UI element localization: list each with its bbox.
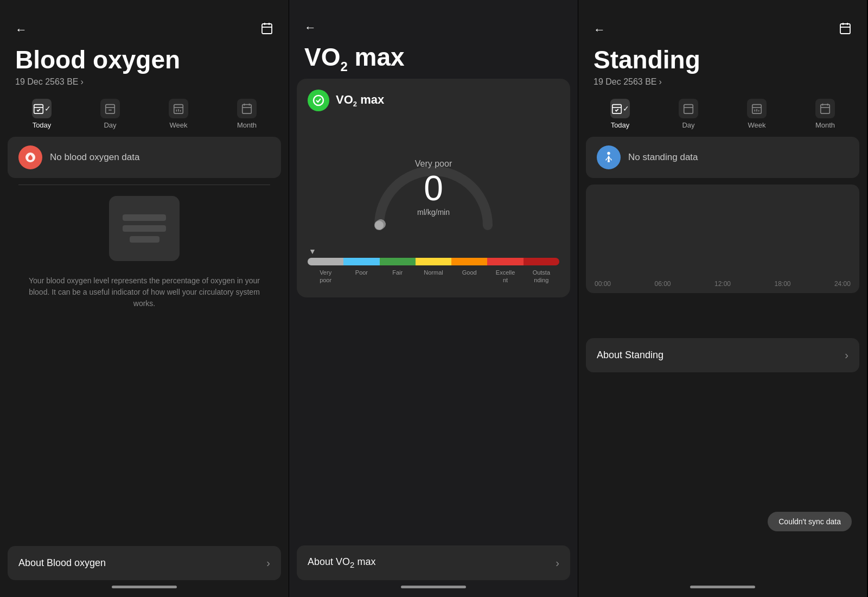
gauge-quality-label: Very poor [415,159,452,169]
svg-point-19 [314,96,323,105]
about-blood-oxygen-label: About Blood oxygen [18,557,106,569]
gauge-center: Very poor 0 ml/kg/min [415,159,452,217]
about-vo2-button[interactable]: About VO2 max › [297,545,570,580]
label-outstanding: Outstanding [524,269,559,284]
standing-month-icon [815,99,835,118]
standing-date-row[interactable]: 19 Dec 2563 BE › [593,77,852,87]
page-title: Blood oxygen [15,46,273,74]
illus-line-2 [123,225,166,232]
tab-bar: Today Day Week [0,91,289,137]
standing-tab-day-label: Day [682,121,694,129]
tab-month[interactable]: Month [213,97,281,131]
vo2-card-icon [308,90,329,111]
date-text[interactable]: 19 Dec 2563 BE [15,77,79,87]
illustration-box [109,196,180,261]
cb-poor [343,258,379,265]
vo2-back-button[interactable]: ← [304,22,316,34]
time-00: 00:00 [595,280,611,288]
label-poor: Poor [343,269,379,284]
time-06: 06:00 [654,280,671,288]
gauge-container: Very poor 0 ml/kg/min [308,122,559,242]
no-data-text: No blood oxygen data [50,152,139,163]
back-button[interactable]: ← [15,24,27,36]
standing-header: ← [578,0,867,46]
about-vo2-chevron: › [556,557,559,569]
color-bar [308,258,559,265]
standing-tab-day[interactable]: Day [654,97,723,131]
date-row[interactable]: 19 Dec 2563 BE › [15,77,273,87]
time-24: 24:00 [834,280,851,288]
standing-content-area: No standing data 00:00 06:00 12:00 18:00… [578,137,867,338]
label-normal: Normal [416,269,451,284]
cb-very-poor [308,258,343,265]
time-12: 12:00 [714,280,731,288]
tab-month-label: Month [237,121,257,129]
standing-no-data-card: No standing data [586,137,859,178]
cb-fair [380,258,416,265]
cb-excellent [487,258,523,265]
standing-tab-today[interactable]: Today [586,97,654,131]
about-vo2-label: About VO2 max [308,556,375,569]
home-indicator-2 [401,586,466,588]
svg-point-20 [375,221,384,230]
label-good: Good [451,269,487,284]
gauge-value: 0 [415,171,452,206]
date-chevron: › [81,77,84,87]
standing-date-text[interactable]: 19 Dec 2563 BE [593,77,657,87]
svg-rect-21 [840,24,850,34]
standing-icon [597,145,621,169]
home-indicator [112,586,177,588]
svg-rect-34 [821,104,830,113]
color-bar-section: ▼ Verypoor Poor Fair Normal Good Excelle… [308,247,559,284]
standing-page-title: Standing [593,46,852,74]
vo2-header-row: VO2 max [308,90,559,111]
standing-calendar-button[interactable] [839,22,852,37]
about-standing-label: About Standing [597,350,663,361]
vo2-title-area: VO2 max [289,42,578,79]
standing-bottom-area: Couldn't sync data [578,379,867,580]
about-chevron: › [266,557,270,569]
standing-date-chevron: › [659,77,662,87]
day-icon [100,99,120,118]
vo2-card-label: VO2 max [336,93,384,108]
empty-illustration [8,185,281,266]
standing-title-area: Standing 19 Dec 2563 BE › [578,46,867,91]
svg-rect-14 [242,104,252,113]
month-icon [237,99,257,118]
vo2-title-text: VO [304,43,340,71]
standing-back-button[interactable]: ← [593,24,605,36]
tab-week[interactable]: Week [144,97,213,131]
blood-oxygen-icon [18,145,42,169]
about-standing-chevron: › [845,349,848,361]
vo2-spacer [289,304,578,542]
standing-tab-bar: Today Day Week [578,91,867,137]
standing-no-data-text: No standing data [628,152,698,163]
standing-tab-month[interactable]: Month [791,97,859,131]
title-area: Blood oxygen 19 Dec 2563 BE › [0,46,289,91]
standing-tab-week[interactable]: Week [723,97,791,131]
label-fair: Fair [380,269,416,284]
svg-rect-27 [684,104,693,113]
panel-header: ← [0,0,289,46]
standing-day-icon [679,99,698,118]
tab-day[interactable]: Day [76,97,144,131]
svg-rect-6 [106,104,115,113]
illus-line-3 [130,236,159,243]
calendar-button[interactable] [260,22,273,37]
vo2-gauge-card: VO2 max Very poor 0 ml/kg/min ▼ [297,79,570,297]
home-indicator-3 [690,586,755,588]
week-icon [169,99,188,118]
vo2-page-title: VO2 max [304,42,563,74]
illus-line-1 [123,214,166,221]
color-bar-arrow: ▼ [308,247,559,256]
label-very-poor: Verypoor [308,269,343,284]
about-blood-oxygen-button[interactable]: About Blood oxygen › [8,546,281,580]
tab-today[interactable]: Today [8,97,76,131]
standing-chart: 00:00 06:00 12:00 18:00 24:00 [586,185,859,293]
blood-oxygen-panel: ← Blood oxygen 19 Dec 2563 BE › [0,0,289,597]
label-excellent: Excellent [487,269,523,284]
standing-week-icon [747,99,767,118]
about-standing-button[interactable]: About Standing › [586,338,859,372]
sync-toast: Couldn't sync data [768,512,852,531]
svg-rect-25 [612,104,622,113]
